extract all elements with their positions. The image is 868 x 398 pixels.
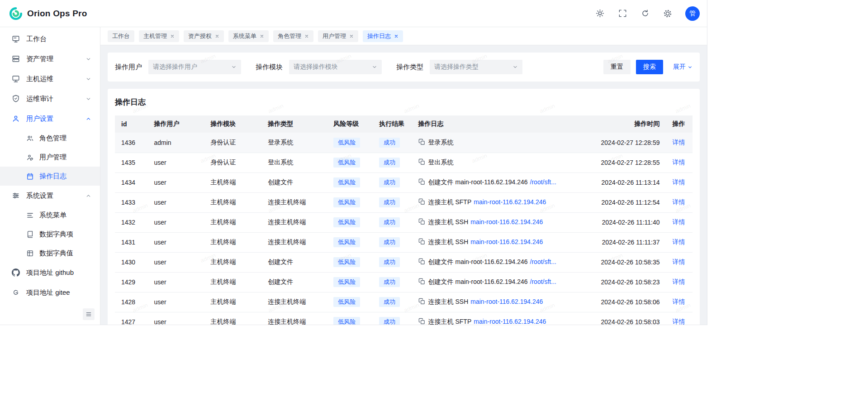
cell-module: 身份认证 [204,133,261,153]
copy-icon[interactable] [418,318,425,325]
cell-result: 成功 [373,232,412,252]
table-row[interactable]: 1434 user 主机终端 创建文件 低风险 成功 [115,173,693,192]
detail-link[interactable]: 详情 [673,278,685,285]
log-link[interactable]: main-root-116.62.194.246 [470,218,543,225]
cell-time: 2024-02-26 11:11:40 [590,212,666,232]
sidebar-item-github[interactable]: 项目地址 github [0,263,100,283]
cell-action: 详情 [666,312,693,325]
table-row[interactable]: 1429 user 主机终端 创建文件 低风险 成功 [115,272,693,292]
search-button[interactable]: 搜索 [636,60,663,74]
tab[interactable]: 工作台 [108,30,134,42]
cell-risk: 低风险 [327,232,373,252]
sidebar-item-role-management[interactable]: 角色管理 [0,129,100,148]
detail-link[interactable]: 详情 [673,298,685,305]
tab[interactable]: 角色管理 [273,30,313,42]
theme-toggle-icon[interactable] [595,9,605,19]
cell-result: 成功 [373,272,412,292]
copy-icon[interactable] [418,198,425,205]
copy-icon[interactable] [418,298,425,305]
detail-link[interactable]: 详情 [673,318,685,325]
tab-close-icon[interactable] [260,34,264,38]
sidebar: 工作台 资产管理 主机运维 [0,27,100,325]
sidebar-item-operation-log[interactable]: 操作日志 [0,167,100,186]
tab-close-icon[interactable] [170,34,175,38]
operation-module-select[interactable]: 请选择操作模块 [289,60,382,74]
detail-link[interactable]: 详情 [673,139,685,146]
sidebar-collapse-button[interactable] [83,308,95,320]
tab-close-icon[interactable] [304,34,309,38]
operation-type-select[interactable]: 请选择操作类型 [430,60,522,74]
log-link[interactable]: main-root-116.62.194.246 [474,198,546,206]
sidebar-item-dict-item[interactable]: 数据字典项 [0,225,100,244]
log-link[interactable]: /root/sft... [530,178,556,186]
filter-label: 操作模块 [256,63,283,72]
sidebar-item-label: 操作日志 [39,172,92,181]
sidebar-item-user-settings[interactable]: 用户设置 [0,109,100,129]
log-link[interactable]: main-root-116.62.194.246 [474,318,546,325]
copy-icon[interactable] [418,139,425,145]
sidebar-item-gitee[interactable]: 项目地址 gitee [0,283,100,302]
tab-close-icon[interactable] [215,34,219,38]
refresh-icon[interactable] [640,9,650,19]
log-text: 连接主机 SFTP [428,318,472,325]
detail-link[interactable]: 详情 [673,158,685,166]
copy-icon[interactable] [418,238,425,245]
operation-user-select[interactable]: 请选择操作用户 [148,60,241,74]
sidebar-item-dict-value[interactable]: 数据字典值 [0,244,100,263]
user-avatar[interactable]: 管 [685,6,700,21]
cell-time: 2024-02-27 12:28:55 [590,153,666,173]
filter-operation-type: 操作类型 请选择操作类型 [396,60,522,74]
log-link[interactable]: main-root-116.62.194.246 [470,298,543,305]
expand-toggle[interactable]: 展开 [673,63,693,71]
detail-link[interactable]: 详情 [673,178,685,186]
reset-button[interactable]: 重置 [603,60,631,74]
detail-link[interactable]: 详情 [673,198,685,206]
cell-log: 连接主机 SSHmain-root-116.62.194.246 [412,212,591,232]
sidebar-item-system-settings[interactable]: 系统设置 [0,186,100,206]
detail-link[interactable]: 详情 [673,258,685,265]
cell-result: 成功 [373,252,412,272]
sidebar-item-ops-audit[interactable]: 运维审计 [0,89,100,109]
copy-icon[interactable] [418,178,425,185]
sidebar-item-host-ops[interactable]: 主机运维 [0,69,100,89]
tab[interactable]: 用户管理 [318,30,358,42]
detail-link[interactable]: 详情 [673,218,685,225]
table-row[interactable]: 1435 user 身份认证 登出系统 低风险 成功 [115,153,693,173]
tab-close-icon[interactable] [394,34,398,38]
table-row[interactable]: 1427 user 主机终端 连接主机终端 低风险 成功 [115,312,693,325]
fullscreen-icon[interactable] [617,9,627,19]
copy-icon[interactable] [418,278,425,285]
tab[interactable]: 系统菜单 [228,30,269,42]
log-link[interactable]: /root/sft... [530,258,556,265]
table-row[interactable]: 1431 user 主机终端 连接主机终端 低风险 成功 [115,232,693,252]
log-link[interactable]: /root/sft... [530,278,556,285]
app-logo [9,7,23,20]
risk-badge: 低风险 [333,277,360,287]
table-row[interactable]: 1428 user 主机终端 连接主机终端 低风险 成功 [115,292,693,312]
cell-type: 连接主机终端 [261,212,327,232]
sidebar-item-system-menu[interactable]: 系统菜单 [0,206,100,225]
log-link[interactable]: main-root-116.62.194.246 [470,238,543,245]
cell-module: 主机终端 [204,252,261,272]
table-row[interactable]: 1432 user 主机终端 连接主机终端 低风险 成功 [115,212,693,232]
cell-log: 连接主机 SSHmain-root-116.62.194.246 [412,292,591,312]
cell-time: 2024-02-26 11:13:14 [590,173,666,192]
tab-close-icon[interactable] [349,34,354,38]
sidebar-item-user-management[interactable]: 用户管理 [0,148,100,167]
detail-link[interactable]: 详情 [673,238,685,245]
table-row[interactable]: 1430 user 主机终端 创建文件 低风险 成功 [115,252,693,272]
tab[interactable]: 主机管理 [139,30,179,42]
copy-icon[interactable] [418,218,425,225]
risk-badge: 低风险 [333,177,360,187]
tab[interactable]: 资产授权 [184,30,224,42]
table-row[interactable]: 1433 user 主机终端 连接主机终端 低风险 成功 [115,192,693,212]
copy-icon[interactable] [418,258,425,265]
copy-icon[interactable] [418,158,425,165]
log-text: 连接主机 SFTP [428,198,472,206]
table-row[interactable]: 1436 admin 身份认证 登录系统 低风险 成功 [115,133,693,153]
sidebar-item-asset-management[interactable]: 资产管理 [0,49,100,69]
tab[interactable]: 操作日志 [363,30,403,42]
sidebar-item-workbench[interactable]: 工作台 [0,29,100,49]
settings-gear-icon[interactable] [663,9,673,19]
log-text: 创建文件 main-root-116.62.194.246 [428,178,528,186]
